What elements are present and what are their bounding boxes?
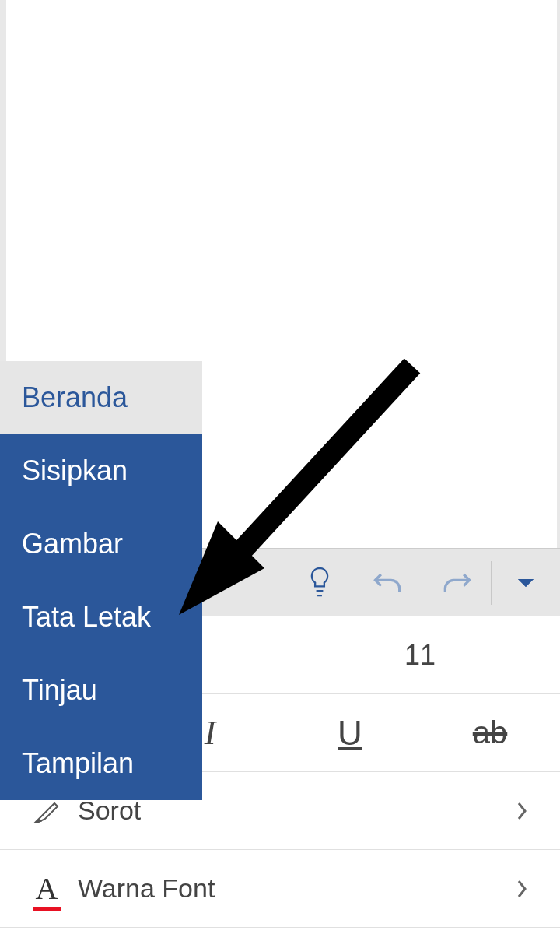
tab-beranda[interactable]: Beranda [0,361,202,434]
collapse-ribbon-button[interactable] [492,549,560,617]
undo-icon [371,567,405,599]
strikethrough-toggle[interactable]: ab [420,715,560,750]
tab-gambar[interactable]: Gambar [0,507,202,581]
font-color-label: Warna Font [70,873,506,904]
font-color-row[interactable]: A Warna Font [0,850,560,928]
italic-icon: I [205,713,216,753]
tab-tinjau[interactable]: Tinjau [0,654,202,727]
tab-tata-letak[interactable]: Tata Letak [0,581,202,654]
font-size-selector[interactable]: 11 [280,639,560,672]
tab-sisipkan[interactable]: Sisipkan [0,434,202,507]
redo-icon [439,567,474,599]
chevron-right-icon [516,800,528,822]
caret-down-icon [516,578,535,588]
font-color-expand[interactable] [506,869,537,908]
chevron-right-icon [516,878,528,900]
strikethrough-icon: ab [473,715,508,750]
tab-tampilan[interactable]: Tampilan [0,727,202,800]
undo-button[interactable] [354,549,422,617]
highlight-expand[interactable] [506,792,537,830]
underline-icon: U [338,714,362,753]
font-color-icon: A [23,870,70,907]
tab-dropdown-menu: Beranda Sisipkan Gambar Tata Letak Tinja… [0,361,202,800]
underline-toggle[interactable]: U [280,714,420,753]
tell-me-button[interactable] [285,549,354,617]
lightbulb-icon [306,566,334,600]
redo-button[interactable] [422,549,491,617]
